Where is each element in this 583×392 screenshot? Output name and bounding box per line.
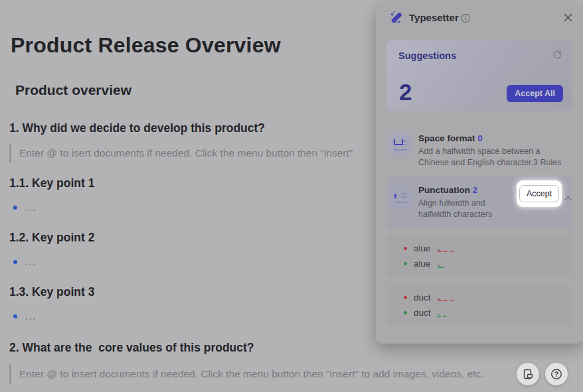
removed-dot-icon bbox=[404, 296, 407, 299]
placeholder-quote-1[interactable]: Enter @ to isert documents if needed. Cl… bbox=[9, 143, 353, 163]
decorative-line bbox=[394, 202, 407, 203]
diff-before-row: duct。 bbox=[404, 291, 454, 303]
key-point-2-bullet[interactable]: ... bbox=[13, 255, 36, 269]
question-2-heading: 2. What are the core values of this prod… bbox=[9, 341, 254, 355]
suggestions-count: 2 bbox=[399, 79, 412, 105]
key-point-3-bullet[interactable]: ... bbox=[13, 310, 36, 323]
decorative-line bbox=[401, 196, 407, 198]
info-icon[interactable] bbox=[461, 13, 471, 23]
diff-after-punct: . bbox=[438, 259, 444, 268]
removed-dot-icon bbox=[404, 247, 407, 250]
placeholder-text-1: Enter @ to isert documents if needed. Cl… bbox=[19, 143, 353, 163]
diff-after-text: duct bbox=[414, 308, 431, 318]
diff-before-text: duct bbox=[414, 293, 431, 302]
decorative-line bbox=[403, 141, 407, 142]
diff-before-punct: 。 bbox=[438, 244, 454, 252]
quote-border bbox=[9, 364, 11, 384]
chevron-up-icon[interactable] bbox=[564, 196, 572, 202]
key-point-1-heading: 1.1. Key point 1 bbox=[9, 176, 94, 190]
bullet-dot-icon bbox=[13, 314, 17, 318]
diff-before-punct: 。 bbox=[438, 293, 454, 301]
document-feedback-icon bbox=[522, 368, 535, 381]
rule-space-format[interactable]: Space format 0 bbox=[418, 133, 483, 143]
quote-border bbox=[9, 143, 11, 163]
question-1-heading: 1. Why did we decide to develop this pro… bbox=[9, 121, 265, 135]
feedback-button[interactable] bbox=[517, 363, 539, 385]
placeholder-quote-2[interactable]: Enter @ to insert documents if needed. C… bbox=[9, 364, 484, 384]
bullet-text: ... bbox=[25, 256, 36, 268]
diff-after-row: duct. bbox=[404, 306, 446, 318]
rule-name: Space format bbox=[418, 133, 475, 143]
space-glyph bbox=[394, 139, 403, 145]
suggestions-label: Suggestions bbox=[398, 50, 456, 61]
bullet-text: ... bbox=[25, 310, 36, 322]
typesetter-panel: Typesetter Suggestions bbox=[376, 3, 583, 344]
magic-wand-icon bbox=[389, 11, 403, 25]
accept-button-spotlight: Accept bbox=[517, 180, 562, 207]
rule-count: 0 bbox=[477, 133, 483, 143]
bullet-dot-icon bbox=[13, 260, 17, 264]
diff-after-punct: . bbox=[438, 308, 447, 317]
punctuation-icon: , bbox=[389, 186, 412, 208]
key-point-3-heading: 1.3. Key point 3 bbox=[9, 285, 94, 299]
bullet-text: ... bbox=[25, 202, 36, 214]
key-point-2-heading: 1.2. Key point 2 bbox=[9, 231, 94, 245]
rule-punctuation[interactable]: Punctuation 2 bbox=[418, 185, 477, 195]
diff-before-text: alue bbox=[414, 243, 431, 253]
screen: Product Release Overview Product overvie… bbox=[0, 0, 583, 392]
page-title: Product Release Overview bbox=[11, 33, 281, 58]
decorative-line bbox=[403, 144, 407, 145]
diff-after-row: alue. bbox=[404, 257, 444, 269]
question-mark-icon: ? bbox=[550, 367, 563, 381]
placeholder-text-2: Enter @ to insert documents if needed. C… bbox=[19, 364, 484, 384]
rule-count: 2 bbox=[473, 185, 478, 195]
overview-heading: Product overview bbox=[15, 82, 131, 98]
rule-space-format-description: Add a halfwidth space between a Chinese … bbox=[418, 146, 561, 168]
svg-text:?: ? bbox=[554, 371, 558, 378]
space-format-icon bbox=[389, 133, 412, 156]
diff-example-card: alue。 alue. bbox=[386, 235, 572, 277]
accept-button[interactable]: Accept bbox=[519, 185, 559, 202]
added-dot-icon bbox=[404, 262, 407, 265]
diff-example-card: duct。 duct. bbox=[386, 284, 572, 326]
diff-after-text: alue bbox=[414, 259, 431, 269]
accept-all-button[interactable]: Accept All bbox=[507, 85, 563, 102]
suggestions-card: Suggestions 2 Accept All bbox=[386, 40, 572, 111]
help-button[interactable]: ? bbox=[545, 363, 568, 385]
close-icon[interactable] bbox=[562, 12, 574, 23]
decorative-line bbox=[394, 149, 407, 151]
comma-glyph: , bbox=[393, 184, 397, 199]
key-point-1-bullet[interactable]: ... bbox=[13, 201, 36, 214]
diff-before-row: alue。 bbox=[404, 242, 454, 254]
panel-header: Typesetter bbox=[376, 3, 583, 33]
decorative-line bbox=[401, 193, 407, 194]
panel-title: Typesetter bbox=[409, 12, 459, 23]
added-dot-icon bbox=[404, 311, 407, 314]
rule-punctuation-description: Align fullwidth and halfwidth characters bbox=[418, 198, 492, 220]
bullet-dot-icon bbox=[13, 206, 17, 210]
refresh-icon[interactable] bbox=[552, 49, 563, 60]
rule-name: Punctuation bbox=[418, 185, 470, 195]
